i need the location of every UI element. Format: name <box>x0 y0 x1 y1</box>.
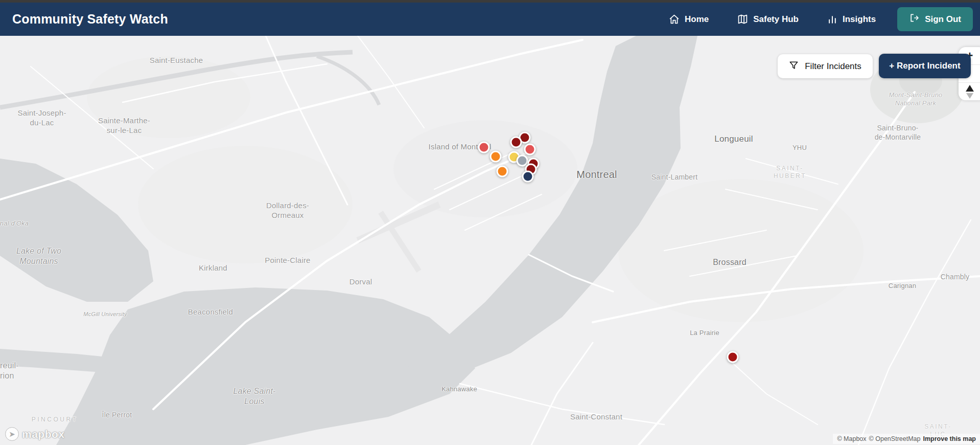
nav-label-home: Home <box>685 14 709 25</box>
incident-marker[interactable] <box>478 142 490 153</box>
nav-item-insights[interactable]: Insights <box>827 14 876 25</box>
filter-incidents-label: Filter Incidents <box>805 61 861 72</box>
app-header: Community Safety Watch Home Safety Hub I… <box>0 3 980 36</box>
nav-item-home[interactable]: Home <box>669 14 709 25</box>
attribution-improve-link[interactable]: Improve this map <box>923 435 976 442</box>
incident-marker[interactable] <box>727 351 739 363</box>
incident-marker[interactable] <box>524 144 536 155</box>
report-incident-label: + Report Incident <box>889 61 960 71</box>
attribution-mapbox-link[interactable]: © Mapbox <box>837 435 866 442</box>
main-nav: Home Safety Hub Insights <box>669 14 876 25</box>
mapbox-logo[interactable]: ➤ mapbox <box>5 427 65 441</box>
app-title: Community Safety Watch <box>12 12 168 27</box>
basemap-graphics <box>0 36 980 445</box>
home-icon <box>669 14 680 25</box>
sign-out-button[interactable]: Sign Out <box>897 7 973 31</box>
logout-icon <box>909 13 919 26</box>
compass-button[interactable] <box>959 82 980 100</box>
nav-item-safety-hub[interactable]: Safety Hub <box>737 14 799 25</box>
map-attribution: © Mapbox © OpenStreetMap Improve this ma… <box>833 434 980 444</box>
nav-label-safety-hub: Safety Hub <box>753 14 799 25</box>
bar-chart-icon <box>827 14 837 25</box>
mapbox-pin-icon: ➤ <box>5 427 19 441</box>
nav-label-insights: Insights <box>843 14 876 25</box>
incident-marker[interactable] <box>522 171 534 183</box>
map-canvas[interactable]: Saint-EustacheSaint-Joseph- du-LacSainte… <box>0 36 980 445</box>
incident-marker[interactable] <box>497 166 508 177</box>
incident-marker[interactable] <box>490 151 502 163</box>
map-icon <box>737 14 748 25</box>
report-incident-button[interactable]: + Report Incident <box>879 54 971 78</box>
attribution-osm-link[interactable]: © OpenStreetMap <box>869 435 921 442</box>
sign-out-label: Sign Out <box>925 14 961 25</box>
filter-incidents-button[interactable]: Filter Incidents <box>778 54 873 78</box>
funnel-icon <box>789 60 799 73</box>
mapbox-logo-text: mapbox <box>22 428 65 440</box>
incident-marker[interactable] <box>510 137 522 148</box>
compass-icon <box>966 85 979 99</box>
